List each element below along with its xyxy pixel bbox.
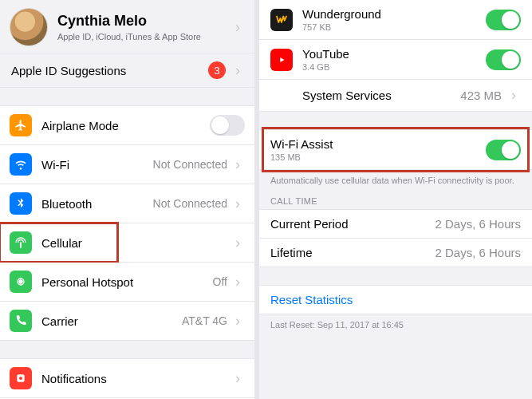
current-period-value: 2 Days, 6 Hours <box>435 217 521 231</box>
app-youtube-row[interactable]: YouTube 3.4 GB <box>259 40 532 80</box>
wifi-icon <box>10 153 32 176</box>
profile-row[interactable]: Cynthia Melo Apple ID, iCloud, iTunes & … <box>0 0 254 53</box>
airplane-toggle[interactable] <box>210 115 245 136</box>
current-period-label: Current Period <box>270 217 435 231</box>
app-toggle[interactable] <box>486 49 521 70</box>
wifi-assist-row[interactable]: Wi-Fi Assist 135 MB <box>259 129 532 170</box>
wunderground-icon <box>270 9 293 31</box>
calltime-header: CALL TIME <box>259 192 532 209</box>
chevron-right-icon: › <box>231 196 245 212</box>
chevron-right-icon: › <box>231 62 245 79</box>
app-toggle[interactable] <box>486 10 521 30</box>
youtube-icon <box>270 49 293 71</box>
suggestions-label: Apple ID Suggestions <box>11 64 208 77</box>
bluetooth-row[interactable]: Bluetooth Not Connected › <box>0 184 254 223</box>
wifi-assist-label: Wi-Fi Assist <box>270 137 486 151</box>
app-size: 757 KB <box>302 22 486 32</box>
hotspot-label: Personal Hotspot <box>41 275 213 289</box>
reset-statistics-label: Reset Statistics <box>270 293 353 306</box>
notifications-label: Notifications <box>41 372 231 385</box>
chevron-right-icon: › <box>231 370 245 387</box>
app-size: 3.4 GB <box>302 62 486 72</box>
cellular-label: Cellular <box>41 236 231 250</box>
app-name: YouTube <box>302 47 486 61</box>
apple-id-suggestions-row[interactable]: Apple ID Suggestions 3 › <box>0 53 254 88</box>
avatar <box>10 8 48 46</box>
svg-point-1 <box>19 377 22 380</box>
chevron-right-icon: › <box>231 156 245 173</box>
wifi-assist-toggle[interactable] <box>486 140 521 160</box>
hotspot-row[interactable]: Personal Hotspot Off › <box>0 263 254 302</box>
lifetime-label: Lifetime <box>270 246 435 259</box>
system-services-row[interactable]: System Services 423 MB › <box>259 80 532 112</box>
cellular-icon <box>10 231 32 254</box>
profile-name: Cynthia Melo <box>57 13 231 30</box>
hotspot-value: Off <box>213 275 227 288</box>
bluetooth-value: Not Connected <box>153 197 227 210</box>
chevron-right-icon: › <box>231 19 245 36</box>
carrier-value: AT&T 4G <box>182 314 227 327</box>
app-wunderground-row[interactable]: Wunderground 757 KB <box>259 0 532 40</box>
wifi-assist-size: 135 MB <box>270 152 486 162</box>
system-services-label: System Services <box>302 89 460 102</box>
cellular-row[interactable]: Cellular › <box>0 223 254 263</box>
airplane-mode-row[interactable]: Airplane Mode <box>0 105 254 145</box>
bluetooth-icon <box>10 192 32 215</box>
last-reset-note: Last Reset: Sep 11, 2017 at 16:45 <box>259 314 532 336</box>
lifetime-value: 2 Days, 6 Hours <box>435 246 521 259</box>
chevron-right-icon: › <box>231 274 245 290</box>
wifi-value: Not Connected <box>153 158 227 171</box>
wifi-label: Wi-Fi <box>41 158 153 172</box>
airplane-label: Airplane Mode <box>41 119 210 132</box>
suggestions-badge: 3 <box>208 61 226 79</box>
chevron-right-icon: › <box>231 313 245 330</box>
chevron-right-icon: › <box>231 235 245 251</box>
app-name: Wunderground <box>302 7 486 21</box>
hotspot-icon <box>10 271 32 293</box>
chevron-right-icon: › <box>506 87 521 104</box>
carrier-row[interactable]: Carrier AT&T 4G › <box>0 302 254 341</box>
airplane-icon <box>10 114 32 136</box>
bluetooth-label: Bluetooth <box>41 197 153 211</box>
carrier-label: Carrier <box>41 314 182 328</box>
phone-icon <box>10 310 32 332</box>
current-period-row: Current Period 2 Days, 6 Hours <box>259 209 532 239</box>
wifi-row[interactable]: Wi-Fi Not Connected › <box>0 145 254 184</box>
system-services-size: 423 MB <box>460 89 502 102</box>
profile-sub: Apple ID, iCloud, iTunes & App Store <box>57 32 231 41</box>
notifications-icon <box>10 367 32 389</box>
wifi-assist-desc: Automatically use cellular data when Wi-… <box>259 170 532 192</box>
notifications-row[interactable]: Notifications › <box>0 358 254 398</box>
reset-statistics-row[interactable]: Reset Statistics <box>259 285 532 314</box>
lifetime-row: Lifetime 2 Days, 6 Hours <box>259 239 532 267</box>
